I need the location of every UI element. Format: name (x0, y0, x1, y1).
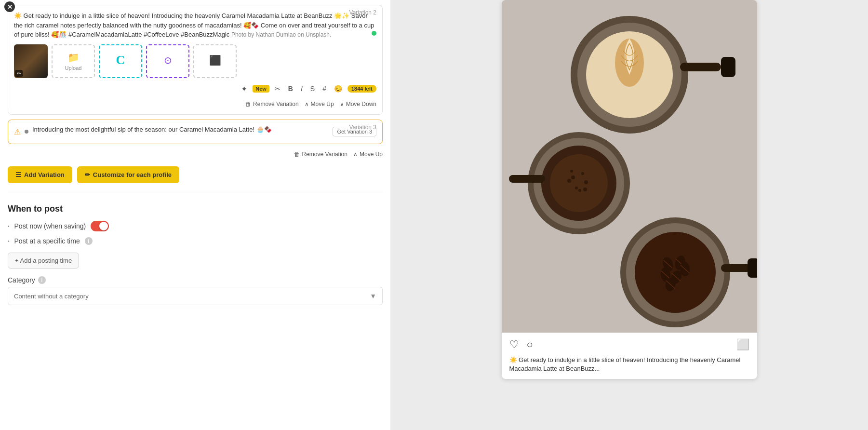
post-now-toggle[interactable] (91, 221, 109, 231)
svg-rect-33 (748, 258, 757, 278)
svg-point-9 (571, 175, 575, 179)
chevron-up-icon-2: ∧ (353, 151, 358, 158)
canva-icon: C (116, 53, 125, 67)
status-dot (372, 31, 376, 36)
comment-icon[interactable]: ○ (527, 338, 533, 351)
warning-icon: ⚠ (14, 127, 21, 136)
remove-variation-2-button[interactable]: 🗑 Remove Variation (294, 151, 347, 158)
move-up-button[interactable]: ∧ Move Up (305, 101, 334, 108)
instagram-preview-panel: ♡ ○ ⬜ ☀️ Get ready to indulge in a littl… (390, 0, 868, 430)
info-icon[interactable]: i (85, 237, 93, 245)
svg-point-11 (584, 180, 588, 184)
status-dot-gray (25, 130, 28, 134)
variation-2-text: ☀️ Get ready to indulge in a little slic… (14, 11, 376, 40)
variation-3-text: Introducing the most delightful sip of t… (32, 125, 329, 134)
bold-button[interactable]: B (286, 83, 295, 94)
crello-option[interactable]: ⊙ (146, 44, 189, 78)
bullet-2: • (8, 239, 10, 244)
close-icon[interactable]: ✕ (4, 1, 15, 12)
pencil-icon: ✏ (85, 171, 90, 178)
edit-icon[interactable]: ✏ (15, 70, 23, 77)
text-toolbar: ✦ New ✂ B I S # 😊 1844 left (14, 83, 376, 95)
post-specific-row: • Post at a specific time i (8, 237, 383, 245)
chevron-down-icon: ▼ (370, 292, 376, 300)
post-now-row: • Post now (when saving) (8, 221, 383, 231)
ai-button[interactable]: ✦ (239, 83, 250, 95)
svg-point-12 (575, 187, 578, 189)
svg-rect-17 (509, 175, 545, 183)
svg-point-16 (583, 188, 587, 191)
when-to-post-title: When to post (8, 204, 383, 214)
hashtag-button[interactable]: # (320, 83, 329, 94)
post-specific-label: Post at a specific time (14, 237, 80, 245)
svg-point-15 (570, 170, 573, 173)
upload-option[interactable]: 📁 Upload (52, 44, 95, 78)
move-down-button[interactable]: ∨ Move Down (340, 101, 376, 108)
add-variation-button[interactable]: ☰ Add Variation (8, 166, 72, 183)
variation-3-card: ⚠ Introducing the most delightful sip of… (8, 120, 383, 145)
category-info-icon[interactable]: i (38, 276, 46, 284)
upload-label: Upload (65, 65, 82, 71)
svg-point-14 (578, 189, 581, 192)
svg-point-10 (581, 172, 584, 175)
italic-button[interactable]: I (298, 83, 305, 94)
section-divider (8, 192, 383, 192)
chevron-up-icon: ∧ (305, 101, 309, 108)
move-up-2-button[interactable]: ∧ Move Up (353, 151, 383, 158)
canva-option[interactable]: C (99, 44, 142, 78)
instagram-image (502, 0, 757, 333)
main-action-buttons: ☰ Add Variation ✏ Customize for each pro… (0, 161, 390, 188)
plus-icon: ☰ (15, 171, 21, 178)
emoji-button[interactable]: 😊 (332, 83, 345, 94)
svg-rect-4 (680, 63, 721, 71)
media-thumbnail[interactable]: ✏ (14, 44, 48, 78)
chevron-down-icon: ∨ (340, 101, 344, 108)
heart-icon[interactable]: ♡ (509, 338, 519, 351)
char-count-badge: 1844 left (347, 85, 376, 93)
unsplash-option[interactable]: ⬛ (193, 44, 237, 78)
bookmark-icon[interactable]: ⬜ (736, 338, 749, 351)
variation-2-card: Variation 2 ✕ ☀️ Get ready to indulge in… (8, 5, 383, 115)
svg-point-13 (567, 179, 571, 183)
category-label: Category i (8, 276, 383, 284)
crello-icon: ⊙ (164, 54, 172, 66)
upload-icon: 📁 (67, 52, 80, 63)
scissors-button[interactable]: ✂ (272, 83, 283, 94)
svg-rect-5 (721, 57, 735, 77)
instagram-action-bar: ♡ ○ ⬜ (502, 333, 757, 354)
category-select[interactable]: Content without a category ▼ (8, 287, 383, 305)
trash-icon-2: 🗑 (294, 151, 300, 158)
media-row: ✏ 📁 Upload C ⊙ ⬛ (14, 44, 376, 78)
new-badge: New (253, 85, 269, 93)
remove-variation-button[interactable]: 🗑 Remove Variation (245, 101, 299, 108)
bullet-1: • (8, 224, 10, 229)
when-to-post-section: When to post • Post now (when saving) • … (0, 196, 390, 269)
trash-icon: 🗑 (245, 101, 251, 108)
unsplash-icon: ⬛ (209, 54, 221, 66)
variation-3-actions: 🗑 Remove Variation ∧ Move Up (0, 149, 390, 161)
coffee-image-svg (502, 0, 757, 333)
variation-2-actions: 🗑 Remove Variation ∧ Move Up ∨ Move Down (14, 98, 376, 108)
instagram-caption: ☀️ Get ready to indulge in a little slic… (502, 354, 757, 379)
category-value: Content without a category (14, 293, 89, 300)
category-section: Category i Content without a category ▼ (0, 269, 390, 313)
toggle-thumb (99, 222, 108, 230)
variation-2-label: Variation 2 (349, 9, 376, 16)
strikethrough-button[interactable]: S (308, 83, 317, 94)
instagram-preview: ♡ ○ ⬜ ☀️ Get ready to indulge in a littl… (502, 0, 757, 379)
add-posting-time-button[interactable]: + Add a posting time (8, 253, 79, 269)
svg-point-8 (550, 154, 608, 212)
variation-3-label: Variation 3 (349, 124, 376, 131)
customize-button[interactable]: ✏ Customize for each profile (77, 166, 179, 183)
post-now-label: Post now (when saving) (14, 222, 86, 230)
